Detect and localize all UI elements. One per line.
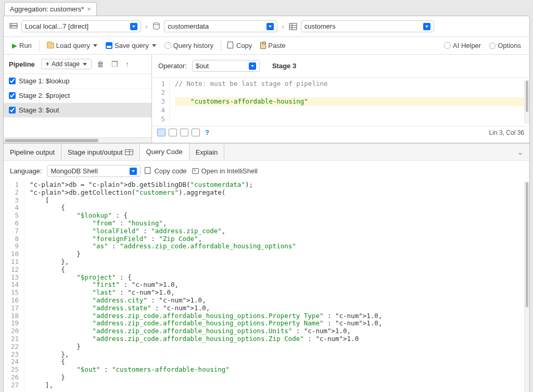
stage-label: Stage 2: $project: [19, 92, 70, 99]
copy-button[interactable]: Copy: [225, 40, 255, 51]
stage-item-2[interactable]: Stage 2: $project: [4, 88, 151, 103]
sidebar-scrollbar[interactable]: [4, 137, 151, 143]
svg-rect-5: [289, 23, 297, 30]
chevron-down-icon: [249, 62, 256, 70]
gear-icon: [489, 43, 496, 49]
shell-icon: [192, 168, 199, 174]
svg-rect-0: [10, 23, 17, 26]
server-icon: [9, 22, 18, 31]
tool-icon-3[interactable]: [180, 129, 188, 136]
stage-item-3[interactable]: Stage 3: $out: [4, 103, 151, 118]
ai-helper-button[interactable]: AI Helper: [441, 40, 484, 51]
database-select[interactable]: customerdata: [164, 20, 277, 32]
chevron-down-icon: [130, 23, 137, 30]
chevron-down-icon: [266, 23, 274, 30]
stage-heading: Stage 3: [272, 62, 296, 70]
split-view-icon: [125, 149, 133, 155]
delete-icon[interactable]: 🗑: [95, 59, 106, 69]
paste-icon: [260, 42, 266, 49]
ai-icon: [444, 42, 451, 49]
collection-value: customers: [304, 22, 336, 30]
chevron-down-icon: [93, 44, 97, 47]
language-label: Language:: [10, 167, 42, 175]
language-select[interactable]: MongoDB Shell: [47, 165, 141, 177]
database-icon: [151, 22, 161, 31]
stage-checkbox[interactable]: [9, 92, 16, 99]
toolbar: ▶Run Load query Save query Query history…: [4, 37, 529, 55]
database-value: customerdata: [168, 22, 209, 30]
help-icon[interactable]: ?: [203, 129, 211, 136]
query-code-editor[interactable]: 1234567891011121314151617181920212223242…: [4, 181, 529, 392]
save-icon: [106, 42, 112, 49]
save-query-button[interactable]: Save query: [103, 40, 159, 51]
tool-icon-2[interactable]: [169, 129, 177, 136]
breadcrumb-separator: ›: [281, 22, 285, 30]
paste-button[interactable]: Paste: [257, 40, 288, 51]
tab-pipeline-output[interactable]: Pipeline output: [4, 144, 61, 160]
close-icon[interactable]: ×: [87, 5, 91, 13]
collection-select[interactable]: customers: [301, 20, 434, 32]
operator-select[interactable]: $out: [192, 60, 260, 72]
svg-point-2: [11, 24, 12, 25]
connection-select[interactable]: Local local...7 [direct]: [21, 20, 141, 32]
breadcrumb-separator: ›: [144, 22, 148, 30]
stage-checkbox[interactable]: [9, 107, 16, 113]
tab-title: Aggregation: customers*: [10, 5, 84, 13]
collection-icon: [288, 22, 298, 31]
stage-editor[interactable]: 12345 // Note: must be last stage of pip…: [152, 78, 529, 126]
run-button[interactable]: ▶Run: [9, 40, 35, 51]
connection-value: Local local...7 [direct]: [25, 22, 88, 30]
open-intellishell-button[interactable]: Open in IntelliShell: [192, 167, 258, 175]
operator-value: $out: [196, 62, 209, 70]
chevron-down-icon: [130, 168, 137, 175]
copy-icon: [229, 43, 233, 48]
tab-query-code[interactable]: Query Code: [140, 144, 189, 161]
duplicate-icon[interactable]: ❐: [109, 59, 120, 69]
chevron-down-icon: [423, 23, 430, 30]
stage-label: Stage 1: $lookup: [19, 77, 70, 85]
stage-label: Stage 3: $out: [19, 106, 59, 114]
operator-label: Operator:: [158, 62, 187, 70]
move-up-icon[interactable]: ↑: [123, 59, 131, 69]
load-query-button[interactable]: Load query: [44, 40, 100, 51]
history-icon: [164, 42, 171, 49]
tool-icon-1[interactable]: [157, 129, 166, 136]
add-stage-button[interactable]: +Add stage: [41, 59, 92, 69]
sidebar-title: Pipeline: [9, 60, 35, 68]
cursor-position: Lin 3, Col 36: [489, 129, 524, 136]
query-history-button[interactable]: Query history: [161, 40, 217, 51]
pipeline-sidebar: Pipeline +Add stage 🗑 ❐ ↑ Stage 1: $look…: [4, 55, 152, 143]
play-icon: ▶: [12, 42, 17, 49]
code-scrollbar[interactable]: [524, 181, 529, 392]
svg-point-3: [11, 27, 12, 28]
breadcrumb: Local local...7 [direct] › customerdata …: [4, 16, 529, 37]
svg-rect-1: [10, 26, 17, 28]
language-value: MongoDB Shell: [50, 167, 97, 175]
stage-checkbox[interactable]: [9, 78, 16, 84]
chevron-down-icon: [152, 44, 156, 47]
copy-icon: [146, 168, 150, 174]
tool-icon-4[interactable]: [192, 129, 200, 136]
tab-stage-io[interactable]: Stage input/output: [61, 144, 140, 160]
collapse-panel-icon[interactable]: ⌄: [511, 145, 529, 159]
editor-scrollbar[interactable]: [524, 80, 529, 124]
tab-aggregation[interactable]: Aggregation: customers* ×: [4, 2, 97, 16]
svg-point-4: [154, 23, 159, 25]
tab-explain[interactable]: Explain: [189, 144, 225, 160]
folder-icon: [47, 43, 54, 48]
chevron-down-icon: [83, 63, 87, 66]
copy-code-button[interactable]: Copy code: [146, 167, 186, 175]
stage-item-1[interactable]: Stage 1: $lookup: [4, 74, 151, 88]
options-button[interactable]: Options: [486, 40, 524, 51]
